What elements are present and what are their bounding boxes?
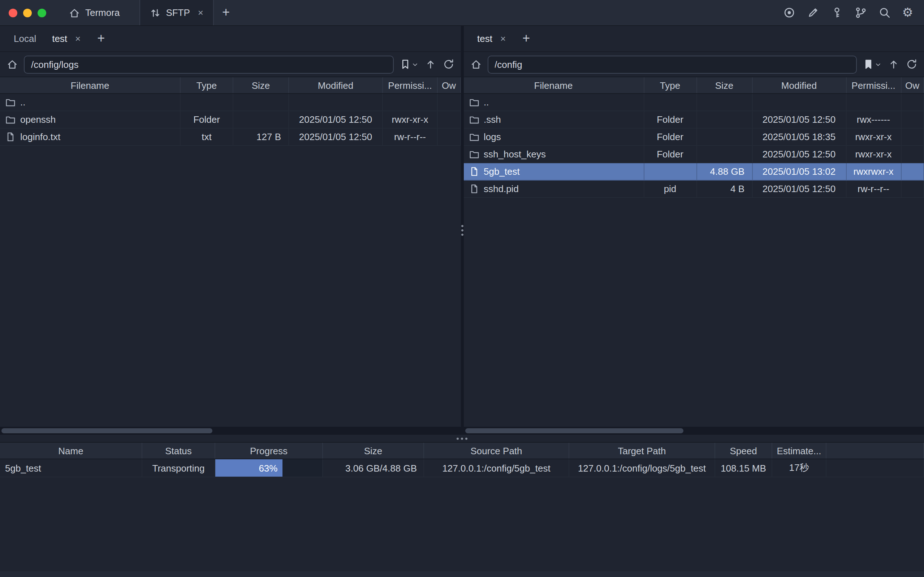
bookmark-icon bbox=[399, 58, 411, 70]
right-horizontal-scrollbar[interactable] bbox=[463, 427, 924, 435]
col-permissions[interactable]: Permissi... bbox=[383, 77, 438, 93]
left-path-input[interactable] bbox=[24, 55, 393, 73]
cell-type bbox=[644, 163, 697, 181]
home-button[interactable] bbox=[470, 58, 482, 70]
col-status[interactable]: Status bbox=[142, 443, 215, 459]
transfer-arrows-icon bbox=[149, 7, 161, 18]
file-row-ssh[interactable]: .ssh Folder 2025/01/05 12:50 rwx------ bbox=[463, 111, 924, 129]
file-row-openssh[interactable]: openssh Folder 2025/01/05 12:50 rwxr-xr-… bbox=[0, 111, 461, 129]
cell-type: Folder bbox=[644, 129, 697, 146]
col-source-path[interactable]: Source Path bbox=[424, 443, 569, 459]
cell-type: Folder bbox=[644, 146, 697, 163]
folder-icon bbox=[5, 114, 16, 125]
edit-button[interactable] bbox=[807, 6, 819, 19]
col-size[interactable]: Size bbox=[697, 77, 752, 93]
cell-modified bbox=[289, 94, 383, 111]
left-new-tab-button[interactable]: + bbox=[89, 31, 113, 46]
tab-test-right[interactable]: test × bbox=[469, 26, 514, 51]
col-speed[interactable]: Speed bbox=[715, 443, 772, 459]
close-tab-icon[interactable]: × bbox=[198, 8, 203, 17]
transfer-panel-splitter[interactable] bbox=[0, 435, 924, 442]
right-file-table-header: Filename Type Size Modified Permissi... … bbox=[463, 77, 924, 94]
branch-icon bbox=[855, 6, 867, 19]
transfer-row-5gb-test[interactable]: 5gb_test Transporting 63% 3.06 GB/4.88 G… bbox=[0, 459, 924, 477]
home-button[interactable] bbox=[6, 58, 18, 70]
progress-label: 63% bbox=[259, 463, 277, 473]
cell-modified: 2025/01/05 12:50 bbox=[289, 111, 383, 129]
refresh-button[interactable] bbox=[906, 58, 918, 70]
refresh-button[interactable] bbox=[442, 58, 454, 70]
branch-button[interactable] bbox=[855, 6, 867, 19]
cell-owner bbox=[901, 111, 924, 129]
col-filename[interactable]: Filename bbox=[463, 77, 644, 93]
termora-window: Termora SFTP × + bbox=[0, 0, 924, 577]
settings-button[interactable]: ⚙ bbox=[902, 6, 914, 19]
col-target-path[interactable]: Target Path bbox=[569, 443, 715, 459]
left-horizontal-scrollbar[interactable] bbox=[0, 427, 461, 435]
file-row-loginfo[interactable]: loginfo.txt txt 127 B 2025/01/05 12:50 r… bbox=[0, 129, 461, 146]
minimize-window-button[interactable] bbox=[23, 8, 32, 17]
file-icon bbox=[469, 184, 479, 194]
file-row-parent[interactable]: .. bbox=[0, 94, 461, 111]
col-permissions[interactable]: Permissi... bbox=[847, 77, 901, 93]
scrollbar-thumb[interactable] bbox=[2, 428, 213, 433]
cell-permissions: rwxrwxr-x bbox=[847, 163, 901, 181]
file-row-sshd-pid[interactable]: sshd.pid pid 4 B 2025/01/05 12:50 rw-r--… bbox=[463, 181, 924, 198]
col-owner[interactable]: Ow bbox=[901, 77, 924, 93]
gear-icon: ⚙ bbox=[902, 6, 914, 19]
right-pane-tabs: test × + bbox=[463, 26, 924, 52]
tab-sftp[interactable]: SFTP × bbox=[139, 0, 213, 25]
cell-type: txt bbox=[181, 129, 233, 146]
keys-button[interactable] bbox=[831, 6, 843, 19]
tab-termora[interactable]: Termora bbox=[59, 0, 129, 25]
right-path-input[interactable] bbox=[487, 55, 857, 73]
close-icon[interactable]: × bbox=[500, 34, 506, 44]
bookmark-button[interactable] bbox=[863, 58, 881, 70]
transfer-table-header: Name Status Progress Size Source Path Ta… bbox=[0, 442, 924, 459]
file-row-5gb-test-selected[interactable]: 5gb_test 4.88 GB 2025/01/05 13:02 rwxrwx… bbox=[463, 163, 924, 181]
col-type[interactable]: Type bbox=[644, 77, 697, 93]
up-directory-button[interactable] bbox=[888, 58, 900, 70]
pane-splitter[interactable] bbox=[461, 26, 463, 435]
col-owner[interactable]: Ow bbox=[438, 77, 461, 93]
cell-filename: ssh_host_keys bbox=[463, 146, 644, 163]
col-estimate[interactable]: Estimate... bbox=[772, 443, 826, 459]
close-icon[interactable]: × bbox=[75, 34, 81, 44]
col-name[interactable]: Name bbox=[0, 443, 142, 459]
col-progress[interactable]: Progress bbox=[215, 443, 323, 459]
col-modified[interactable]: Modified bbox=[752, 77, 847, 93]
tab-local[interactable]: Local bbox=[6, 26, 44, 51]
cell-modified: 2025/01/05 18:35 bbox=[752, 129, 847, 146]
file-row-ssh-host-keys[interactable]: ssh_host_keys Folder 2025/01/05 12:50 rw… bbox=[463, 146, 924, 163]
col-type[interactable]: Type bbox=[181, 77, 233, 93]
up-directory-button[interactable] bbox=[424, 58, 436, 70]
search-button[interactable] bbox=[879, 6, 891, 19]
new-app-tab-button[interactable]: + bbox=[213, 0, 239, 25]
cell-modified: 2025/01/05 12:50 bbox=[752, 111, 847, 129]
file-row-parent[interactable]: .. bbox=[463, 94, 924, 111]
scrollbar-thumb[interactable] bbox=[465, 428, 683, 433]
record-button[interactable] bbox=[783, 6, 795, 19]
tab-test-left[interactable]: test × bbox=[44, 26, 89, 51]
titlebar-actions: ⚙ bbox=[783, 0, 924, 25]
cell-size bbox=[697, 129, 752, 146]
col-filename[interactable]: Filename bbox=[0, 77, 181, 93]
cell-filename: .ssh bbox=[463, 111, 644, 129]
close-window-button[interactable] bbox=[9, 8, 17, 17]
home-icon bbox=[6, 58, 18, 70]
file-icon bbox=[469, 166, 479, 177]
right-new-tab-button[interactable]: + bbox=[514, 31, 539, 46]
cell-permissions: rwxr-xr-x bbox=[847, 129, 901, 146]
bookmark-button[interactable] bbox=[399, 58, 418, 70]
right-path-bar bbox=[463, 52, 924, 77]
zoom-window-button[interactable] bbox=[37, 8, 46, 17]
cell-owner bbox=[438, 129, 461, 146]
cell-owner bbox=[438, 94, 461, 111]
col-size[interactable]: Size bbox=[233, 77, 289, 93]
col-size[interactable]: Size bbox=[323, 443, 424, 459]
refresh-icon bbox=[906, 58, 918, 70]
file-row-logs[interactable]: logs Folder 2025/01/05 18:35 rwxr-xr-x bbox=[463, 129, 924, 146]
transfer-panel: Name Status Progress Size Source Path Ta… bbox=[0, 442, 924, 477]
arrow-up-icon bbox=[888, 58, 900, 70]
col-modified[interactable]: Modified bbox=[289, 77, 383, 93]
